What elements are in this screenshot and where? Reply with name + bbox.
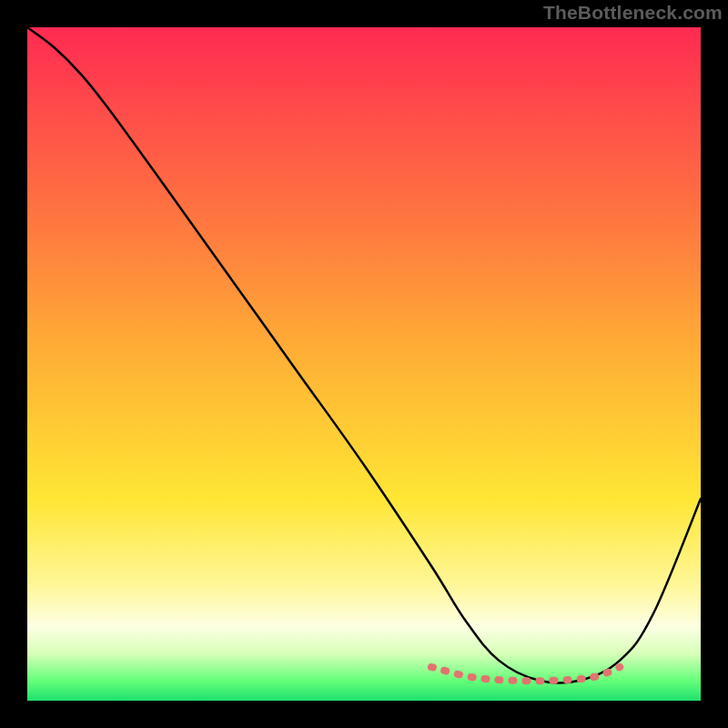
plot-area (27, 27, 701, 701)
chart-svg (27, 27, 701, 701)
bottleneck-curve-path (27, 27, 701, 683)
chart-container: TheBottleneck.com (0, 0, 728, 728)
watermark-text: TheBottleneck.com (543, 2, 723, 24)
optimal-range-path (431, 667, 620, 681)
